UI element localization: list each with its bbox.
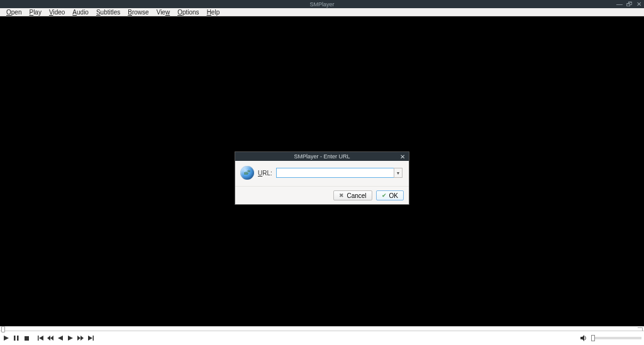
step-forward-button[interactable] (67, 334, 74, 342)
menu-browse[interactable]: Browse (124, 9, 152, 16)
rewind-button[interactable] (47, 334, 54, 342)
svg-rect-13 (92, 336, 94, 341)
svg-rect-4 (38, 336, 39, 341)
svg-marker-7 (50, 336, 53, 341)
svg-rect-3 (25, 336, 29, 341)
mute-button[interactable] (580, 334, 587, 342)
fast-forward-icon (77, 336, 84, 341)
window-title: SMPlayer (309, 1, 334, 8)
step-back-icon (58, 336, 63, 341)
svg-marker-10 (77, 336, 80, 341)
skip-back-icon (38, 336, 43, 341)
window-controls: — 🗗 ✕ (616, 0, 641, 8)
seek-bar[interactable] (0, 326, 644, 331)
menu-subtitles[interactable]: Subtitles (92, 9, 124, 16)
playback-group (3, 334, 30, 342)
dialog-titlebar: SMPlayer - Enter URL ✕ (235, 152, 409, 161)
globe-icon (240, 166, 254, 180)
svg-marker-9 (68, 336, 73, 341)
svg-marker-8 (58, 336, 63, 341)
step-back-button[interactable] (57, 334, 64, 342)
dialog-button-row: ✖ Cancel ✔ OK (235, 187, 409, 204)
pause-button[interactable] (13, 334, 20, 342)
svg-marker-0 (4, 336, 9, 341)
cancel-icon: ✖ (339, 192, 344, 199)
url-input[interactable] (276, 168, 394, 178)
step-forward-icon (68, 336, 73, 341)
seek-track-end (638, 327, 643, 331)
menu-play[interactable]: Play (25, 9, 45, 16)
play-button[interactable] (3, 334, 10, 342)
menu-options[interactable]: Options (174, 9, 203, 16)
seek-group (36, 334, 94, 342)
cancel-label: Cancel (347, 192, 366, 199)
play-icon (4, 336, 9, 341)
svg-marker-6 (47, 336, 50, 341)
pause-icon (14, 336, 19, 341)
svg-marker-11 (80, 336, 84, 341)
rewind-icon (47, 336, 53, 341)
menubar: Open Play Video Audio Subtitles Browse V… (0, 8, 644, 16)
dialog-title: SMPlayer - Enter URL (294, 153, 350, 160)
control-bar (0, 331, 644, 345)
volume-slider[interactable] (591, 337, 641, 339)
minimize-icon[interactable]: — (616, 1, 623, 8)
volume-thumb[interactable] (591, 335, 595, 341)
stop-icon (25, 336, 29, 341)
fast-forward-button[interactable] (77, 334, 84, 342)
speaker-icon (580, 335, 587, 341)
dialog-body: URL: ▾ (235, 161, 409, 187)
svg-marker-5 (39, 336, 43, 341)
ok-label: OK (389, 192, 398, 199)
maximize-icon[interactable]: 🗗 (626, 1, 633, 8)
svg-rect-2 (17, 336, 19, 341)
enter-url-dialog: SMPlayer - Enter URL ✕ URL: ▾ ✖ Cancel ✔… (235, 151, 409, 205)
url-label: URL: (258, 170, 272, 177)
stop-button[interactable] (23, 334, 30, 342)
skip-forward-icon (88, 336, 94, 341)
close-icon[interactable]: ✕ (636, 1, 641, 8)
svg-rect-1 (14, 336, 16, 341)
svg-marker-12 (88, 336, 92, 341)
menu-video[interactable]: Video (45, 9, 69, 16)
dialog-close-icon[interactable]: ✕ (398, 152, 407, 161)
ok-icon: ✔ (382, 192, 387, 199)
video-area: SMPlayer - Enter URL ✕ URL: ▾ ✖ Cancel ✔… (0, 16, 644, 326)
cancel-button[interactable]: ✖ Cancel (333, 190, 372, 200)
svg-marker-14 (580, 335, 584, 341)
menu-audio[interactable]: Audio (69, 9, 92, 16)
seek-handle[interactable] (1, 326, 5, 332)
menu-open[interactable]: Open (3, 9, 25, 16)
menu-help[interactable]: Help (203, 9, 224, 16)
menu-view[interactable]: View (153, 9, 174, 16)
url-dropdown-icon[interactable]: ▾ (394, 168, 402, 178)
volume-group (580, 334, 641, 342)
window-titlebar: SMPlayer — 🗗 ✕ (0, 0, 644, 8)
ok-button[interactable]: ✔ OK (376, 190, 404, 200)
skip-back-button[interactable] (36, 334, 44, 342)
skip-forward-button[interactable] (87, 334, 94, 342)
url-field-wrapper: ▾ (276, 168, 402, 178)
